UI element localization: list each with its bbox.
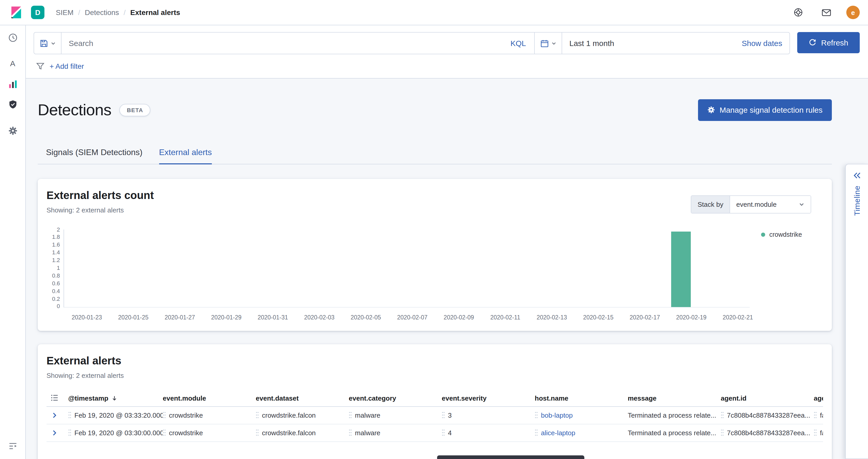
cell-event-dataset[interactable]: crowdstrike.falcon [256, 411, 349, 419]
cell-host-name[interactable]: bob-laptop [535, 411, 628, 419]
cell-event-severity[interactable]: 3 [442, 411, 535, 419]
drag-handle-icon [256, 429, 259, 436]
saved-query-menu-button[interactable] [34, 33, 61, 54]
breadcrumb-current: External alerts [130, 8, 180, 17]
show-dates-link[interactable]: Show dates [742, 39, 782, 48]
refresh-label: Refresh [821, 38, 848, 47]
chevron-right-icon [51, 412, 58, 419]
legend-item-crowdstrike[interactable]: crowdstrike [750, 229, 823, 309]
drag-handle-icon [535, 411, 538, 419]
customize-columns-button[interactable] [51, 394, 58, 403]
stack-by-control: Stack by event.module [691, 195, 811, 213]
expand-row-button[interactable] [46, 429, 58, 436]
column-header-event-dataset[interactable]: event.dataset [256, 394, 349, 402]
column-header-agent-id[interactable]: agent.id [721, 394, 814, 402]
cell-agent-id[interactable]: 7c808b4c8878433287eea... [721, 429, 814, 436]
cell-host-name[interactable]: alice-laptop [535, 429, 628, 436]
lifebuoy-icon [794, 8, 803, 17]
table-row: Feb 19, 2020 @ 03:33:20.000 crowdstrike … [46, 406, 823, 424]
breadcrumb: SIEM / Detections / External alerts [56, 8, 180, 17]
cell-clipped[interactable]: fa [814, 429, 823, 436]
expand-row-button[interactable] [46, 412, 58, 419]
bottom-dark-bar [437, 455, 584, 459]
date-quick-menu-button[interactable] [534, 33, 562, 54]
cell-timestamp[interactable]: Feb 19, 2020 @ 03:33:20.000 [68, 411, 163, 419]
recently-viewed-button[interactable] [4, 29, 21, 46]
external-alerts-count-panel: External alerts count Showing: 2 externa… [38, 179, 832, 331]
gear-icon [707, 106, 715, 114]
sort-desc-icon [111, 395, 117, 401]
search-input[interactable] [63, 39, 503, 48]
stack-by-select[interactable]: event.module [730, 196, 811, 213]
cell-clipped[interactable]: fa [814, 411, 823, 419]
column-header-clipped[interactable]: age [814, 394, 823, 402]
calendar-icon [540, 39, 549, 47]
table-row: Feb 19, 2020 @ 03:30:00.000 crowdstrike … [46, 424, 823, 442]
drag-handle-icon [535, 429, 538, 436]
nav-app-a-button[interactable]: A [4, 55, 21, 71]
kibana-logo[interactable] [8, 5, 24, 20]
external-alerts-table-panel: External alerts Showing: 2 external aler… [38, 344, 832, 459]
nav-siem-button[interactable] [4, 96, 21, 113]
drag-handle-icon [814, 429, 817, 436]
breadcrumb-separator: / [78, 8, 80, 17]
drag-handle-icon [68, 429, 71, 436]
column-header-timestamp[interactable]: @timestamp [68, 394, 163, 402]
drag-handle-icon [442, 411, 445, 419]
cell-event-dataset[interactable]: crowdstrike.falcon [256, 429, 349, 436]
breadcrumb-detections[interactable]: Detections [85, 8, 119, 17]
cell-event-category[interactable]: malware [349, 411, 442, 419]
save-icon [39, 39, 48, 47]
table-header-row: @timestamp event.module event.dataset ev… [46, 391, 823, 406]
cell-event-category[interactable]: malware [349, 429, 442, 436]
search-group: KQL Last 1 month Show dates [34, 32, 790, 54]
clock-icon [8, 33, 17, 42]
column-header-host-name[interactable]: host.name [535, 394, 628, 402]
nav-analytics-button[interactable] [4, 76, 21, 93]
menu-dock-icon [8, 441, 17, 451]
cell-timestamp[interactable]: Feb 19, 2020 @ 03:30:00.000 [68, 429, 163, 436]
space-badge[interactable]: D [31, 6, 44, 19]
column-header-event-severity[interactable]: event.severity [442, 394, 535, 402]
user-avatar[interactable]: e [846, 6, 860, 19]
drag-handle-icon [349, 411, 352, 419]
cell-agent-id[interactable]: 7c808b4c8878433287eea... [721, 411, 814, 419]
page-content: Detections BETA Manage sig [25, 79, 868, 459]
query-bar-section: KQL Last 1 month Show dates [25, 25, 868, 79]
kibana-siem-app: D SIEM / Detections / External alerts e [0, 0, 868, 459]
chart-plot-area [64, 229, 750, 307]
filter-funnel-icon[interactable] [36, 62, 44, 70]
legend-dot [761, 232, 765, 237]
cell-event-severity[interactable]: 4 [442, 429, 535, 436]
kql-toggle[interactable]: KQL [503, 39, 533, 48]
dock-navigation-button[interactable] [4, 438, 21, 454]
nav-management-button[interactable] [4, 123, 21, 139]
cell-event-module[interactable]: crowdstrike [163, 411, 256, 419]
drag-handle-icon [442, 429, 445, 436]
timeline-flyout-toggle[interactable]: Timeline [845, 164, 868, 459]
cell-event-module[interactable]: crowdstrike [163, 429, 256, 436]
date-range-value[interactable]: Last 1 month [569, 39, 614, 48]
cell-message[interactable]: Terminated a process relate... [628, 411, 721, 419]
tab-external-alerts[interactable]: External alerts [159, 148, 212, 164]
chevron-down-icon [799, 201, 804, 207]
refresh-button[interactable]: Refresh [797, 32, 860, 53]
newsfeed-button[interactable] [818, 5, 834, 20]
column-header-message[interactable]: message [628, 394, 721, 402]
tabs: Signals (SIEM Detections) External alert… [38, 148, 832, 164]
cell-message[interactable]: Terminated a process relate... [628, 429, 721, 436]
timeline-label: Timeline [852, 186, 861, 216]
double-chevron-left-icon [853, 172, 861, 179]
tab-signals[interactable]: Signals (SIEM Detections) [46, 148, 142, 163]
column-header-event-module[interactable]: event.module [163, 394, 256, 402]
add-filter-link[interactable]: + Add filter [50, 62, 84, 70]
help-button[interactable] [790, 5, 806, 20]
column-header-event-category[interactable]: event.category [349, 394, 442, 402]
drag-handle-icon [68, 411, 71, 419]
table-panel-showing: Showing: 2 external alerts [46, 371, 823, 379]
external-alerts-table: @timestamp event.module event.dataset ev… [46, 391, 823, 442]
breadcrumb-siem[interactable]: SIEM [56, 8, 73, 17]
alerts-count-chart: 21.81.61.41.210.80.60.40.20 crowdstrike [46, 229, 823, 309]
manage-signal-detection-rules-button[interactable]: Manage signal detection rules [698, 99, 832, 121]
kibana-logo-icon [9, 6, 23, 19]
